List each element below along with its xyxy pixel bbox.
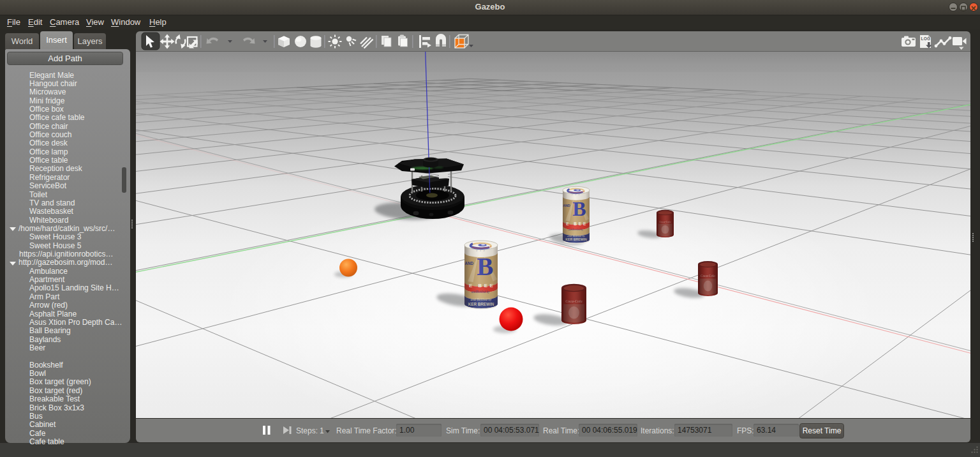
svg-text:LOG: LOG <box>921 36 931 41</box>
